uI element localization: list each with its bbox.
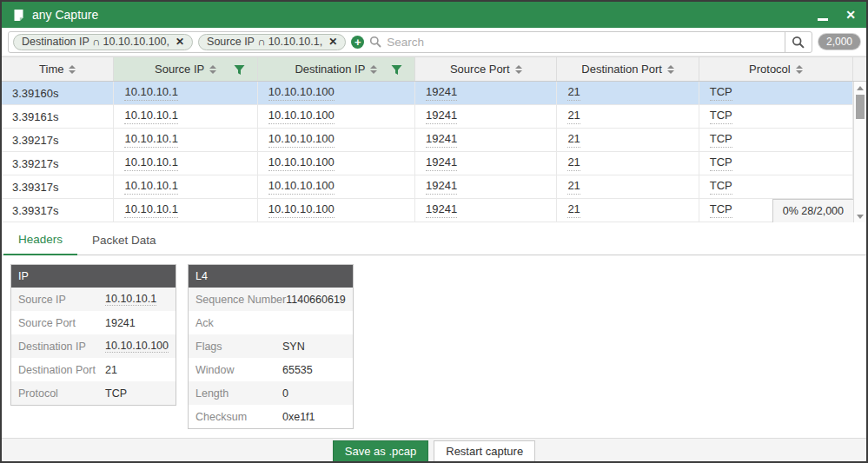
scroll-down-icon[interactable] (854, 210, 866, 222)
cell-protocol: TCP (699, 175, 853, 198)
column-label: Destination Port (581, 63, 662, 76)
packet-row[interactable]: 3.39217s 10.10.10.1 10.10.10.100 19241 2… (2, 129, 853, 152)
packet-row[interactable]: 3.39160s 10.10.10.1 10.10.10.100 19241 2… (2, 82, 853, 105)
cell-source-ip: 10.10.10.1 (114, 152, 257, 175)
cell-source-port: 19241 (415, 105, 557, 128)
header-scrollbar-spacer (853, 57, 866, 81)
filter-chip-label: Source IP ∩ 10.10.10.1, (207, 36, 322, 48)
search-icon (792, 36, 805, 49)
cell-source-port: 19241 (415, 82, 557, 104)
packet-row[interactable]: 3.39161s 10.10.10.1 10.10.10.100 19241 2… (2, 105, 853, 129)
restart-capture-button[interactable]: Restart capture (434, 440, 535, 462)
packet-table-header: Time Source IP Destination IP Source Por… (2, 56, 866, 82)
l4-header-table: L4 Sequence Number 1140660619 Ack Flags … (188, 264, 354, 429)
column-label: Source Port (450, 63, 510, 76)
cell-destination-port: 21 (557, 82, 699, 104)
cell-destination-port: 21 (557, 105, 699, 128)
detail-row: Destination IP 10.10.10.100 (11, 334, 176, 358)
column-label: Time (39, 63, 63, 76)
cell-destination-ip: 10.10.10.100 (258, 199, 415, 222)
detail-row: Length 0 (189, 381, 353, 405)
column-header-time[interactable]: Time (2, 57, 114, 81)
cell-destination-port: 21 (557, 129, 699, 151)
cell-protocol: TCP (699, 82, 853, 104)
detail-table-title: IP (11, 265, 176, 288)
column-label: Source IP (155, 63, 204, 76)
detail-tabs: Headers Packet Data (2, 222, 866, 255)
cell-source-port: 19241 (415, 175, 557, 198)
search-button[interactable] (785, 32, 812, 52)
sort-icon (209, 65, 216, 74)
cell-time: 3.39217s (2, 152, 114, 175)
packet-row[interactable]: 3.39217s 10.10.10.1 10.10.10.100 19241 2… (2, 152, 853, 175)
search-input[interactable]: Search (387, 36, 779, 49)
capture-limit-badge: 2,000 (818, 34, 860, 50)
minimize-icon[interactable] (818, 9, 828, 21)
capture-app-icon (12, 9, 25, 22)
cell-source-ip: 10.10.10.1 (114, 105, 257, 128)
headers-panel: IP Source IP 10.10.10.1 Source Port 1924… (2, 255, 866, 438)
cell-time: 3.39217s (2, 129, 114, 151)
column-filter-icon[interactable] (391, 64, 402, 78)
cell-destination-ip: 10.10.10.100 (258, 152, 415, 175)
cell-source-port: 19241 (415, 152, 557, 175)
detail-row: Source Port 19241 (11, 311, 176, 334)
remove-filter-icon[interactable]: ✕ (176, 36, 184, 48)
cell-destination-ip: 10.10.10.100 (258, 129, 415, 151)
cell-time: 3.39160s (2, 82, 114, 104)
cell-source-ip: 10.10.10.1 (114, 175, 257, 198)
cell-protocol: TCP (699, 152, 853, 175)
sort-icon (69, 65, 76, 74)
tab-headers[interactable]: Headers (3, 225, 77, 255)
packet-row[interactable]: 3.39317s 10.10.10.1 10.10.10.100 19241 2… (2, 199, 853, 222)
cell-destination-port: 21 (557, 175, 699, 198)
cell-protocol: TCP (699, 105, 853, 128)
cell-destination-ip: 10.10.10.100 (258, 82, 415, 104)
packet-row[interactable]: 3.39317s 10.10.10.1 10.10.10.100 19241 2… (2, 175, 853, 199)
search-box[interactable]: Destination IP ∩ 10.10.10.100, ✕ Source … (8, 31, 812, 53)
remove-filter-icon[interactable]: ✕ (328, 36, 337, 48)
detail-row: Protocol TCP (11, 381, 176, 405)
column-header-source-ip[interactable]: Source IP (114, 57, 257, 81)
column-header-protocol[interactable]: Protocol (699, 57, 853, 81)
filter-chip-destination-ip: Destination IP ∩ 10.10.10.100, ✕ (13, 34, 193, 50)
scrollbar-track[interactable] (854, 94, 866, 210)
column-label: Destination IP (295, 63, 365, 76)
cell-time: 3.39317s (2, 199, 114, 222)
column-header-source-port[interactable]: Source Port (415, 57, 557, 81)
scrollbar-thumb[interactable] (856, 95, 865, 119)
cell-source-port: 19241 (415, 129, 557, 151)
sort-icon (370, 65, 377, 74)
add-filter-icon[interactable]: + (351, 36, 364, 49)
detail-table-title: L4 (189, 265, 353, 288)
cell-source-ip: 10.10.10.1 (114, 129, 257, 151)
detail-row: Destination Port 21 (11, 358, 176, 381)
table-scrollbar[interactable] (853, 82, 866, 222)
cell-protocol: TCP (699, 129, 853, 151)
filter-bar: Destination IP ∩ 10.10.10.100, ✕ Source … (2, 28, 866, 56)
save-pcap-button[interactable]: Save as .pcap (333, 440, 428, 462)
cell-source-port: 19241 (415, 199, 557, 222)
filter-chip-source-ip: Source IP ∩ 10.10.10.1, ✕ (198, 34, 346, 50)
detail-row: Flags SYN (189, 334, 353, 358)
scroll-up-icon[interactable] (854, 82, 866, 94)
cell-time: 3.39317s (2, 175, 114, 198)
cell-destination-port: 21 (557, 199, 699, 222)
cell-destination-ip: 10.10.10.100 (258, 175, 415, 198)
detail-row: Window 65535 (189, 358, 353, 381)
detail-row: Source IP 10.10.10.1 (11, 288, 176, 311)
detail-row: Ack (189, 311, 353, 334)
close-icon[interactable]: ✕ (845, 9, 856, 21)
column-header-destination-port[interactable]: Destination Port (557, 57, 699, 81)
column-filter-icon[interactable] (234, 64, 245, 78)
ip-header-table: IP Source IP 10.10.10.1 Source Port 1924… (10, 264, 176, 406)
window-title: any Capture (32, 8, 98, 22)
capture-window: any Capture ✕ Destination IP ∩ 10.10.10.… (0, 0, 868, 463)
column-header-destination-ip[interactable]: Destination IP (258, 57, 415, 81)
filter-chip-label: Destination IP ∩ 10.10.10.100, (22, 36, 169, 48)
cell-destination-ip: 10.10.10.100 (258, 105, 415, 128)
sort-icon (667, 65, 674, 74)
detail-row: Sequence Number 1140660619 (189, 288, 353, 311)
tab-packet-data[interactable]: Packet Data (77, 226, 171, 255)
sort-icon (796, 65, 803, 74)
